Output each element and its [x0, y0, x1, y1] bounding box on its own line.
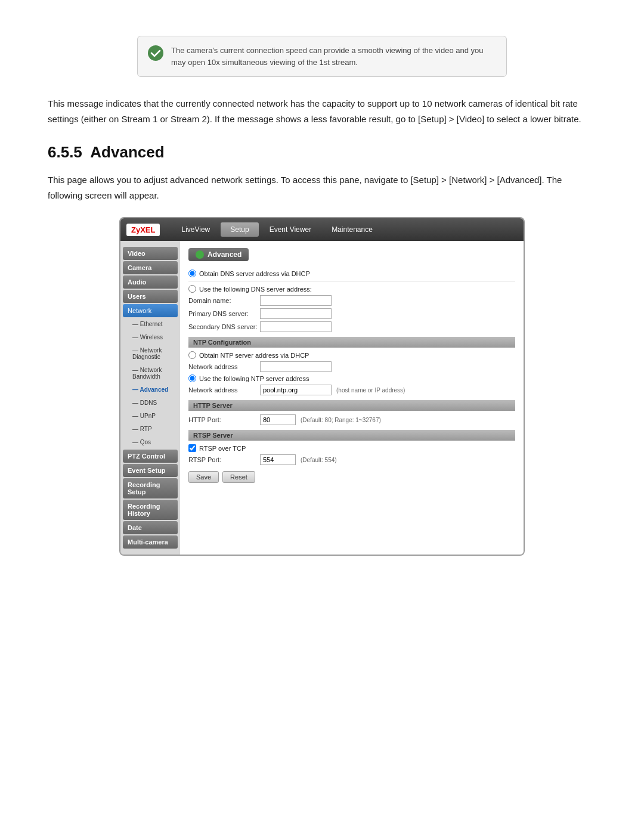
body-paragraph: This message indicates that the currentl…	[48, 96, 596, 126]
sidebar-item-advanced[interactable]: — Advanced	[123, 383, 178, 396]
ntp-manual-radio-row: Use the following NTP server address	[188, 374, 515, 382]
rtsp-port-label: RTSP Port:	[188, 456, 260, 463]
sidebar-item-audio[interactable]: Audio	[123, 275, 178, 289]
sidebar-item-qos[interactable]: — Qos	[123, 436, 178, 448]
nav-setup[interactable]: Setup	[221, 222, 258, 237]
ntp-network-address-row: Network address	[188, 361, 515, 372]
nav-event-viewer[interactable]: Event Viewer	[260, 222, 321, 237]
reset-button[interactable]: Reset	[222, 471, 255, 483]
http-port-row: HTTP Port: (Default: 80; Range: 1~32767)	[188, 414, 515, 425]
ntp-network-address-label: Network address	[188, 363, 260, 370]
sidebar-item-upnp[interactable]: — UPnP	[123, 410, 178, 422]
page-badge-label: Advanced	[208, 250, 242, 259]
sidebar-item-ethernet[interactable]: — Ethernet	[123, 318, 178, 330]
ntp-section-bar: NTP Configuration	[188, 337, 515, 348]
nav-logo: ZyXEL	[126, 224, 160, 236]
dns-manual-label: Use the following DNS server address:	[199, 286, 312, 293]
notice-text: The camera's current connection speed ca…	[171, 45, 497, 68]
sidebar-item-users[interactable]: Users	[123, 290, 178, 303]
sidebar-item-ddns[interactable]: — DDNS	[123, 397, 178, 409]
sidebar-item-date[interactable]: Date	[123, 521, 178, 534]
ntp-server-input[interactable]	[260, 385, 332, 395]
sidebar-item-network-diagnostic[interactable]: — Network Diagnostic	[123, 344, 178, 363]
sidebar-item-ptz[interactable]: PTZ Control	[123, 450, 178, 463]
save-button[interactable]: Save	[188, 471, 219, 483]
screenshot-container: ZyXEL LiveView Setup Event Viewer Mainte…	[119, 217, 525, 556]
sidebar: Video Camera Audio Users Network — Ether…	[120, 241, 180, 555]
dns-dhcp-radio-row: Obtain DNS server address via DHCP	[188, 270, 515, 277]
main-area: Video Camera Audio Users Network — Ether…	[120, 241, 524, 555]
checkmark-icon	[147, 45, 164, 61]
rtsp-port-input[interactable]	[260, 454, 296, 465]
description-text: This page allows you to adjust advanced …	[48, 172, 596, 203]
rtsp-port-hint: (Default: 554)	[301, 457, 337, 463]
dns-manual-radio[interactable]	[188, 285, 196, 293]
content-panel: Advanced Obtain DNS server address via D…	[180, 241, 524, 555]
primary-dns-label: Primary DNS server:	[188, 310, 260, 317]
action-buttons: Save Reset	[188, 471, 515, 483]
notice-box: The camera's current connection speed ca…	[137, 36, 507, 77]
http-port-label: HTTP Port:	[188, 416, 260, 423]
ntp-dhcp-label: Obtain NTP server address via DHCP	[199, 352, 309, 359]
page-title-badge: Advanced	[188, 248, 249, 261]
dns-dhcp-label: Obtain DNS server address via DHCP	[199, 270, 310, 277]
dns-separator	[188, 281, 515, 281]
rtsp-tcp-label: RTSP over TCP	[199, 445, 246, 452]
domain-name-row: Domain name:	[188, 295, 515, 306]
ntp-dhcp-radio-row: Obtain NTP server address via DHCP	[188, 351, 515, 359]
section-heading: 6.5.5 Advanced	[48, 143, 596, 162]
sidebar-item-recording-setup[interactable]: Recording Setup	[123, 478, 178, 498]
svg-point-0	[148, 45, 163, 61]
ntp-dhcp-radio[interactable]	[188, 351, 196, 359]
primary-dns-row: Primary DNS server:	[188, 308, 515, 319]
domain-name-label: Domain name:	[188, 297, 260, 304]
ntp-server-row: Network address (host name or IP address…	[188, 385, 515, 395]
dns-dhcp-radio[interactable]	[188, 270, 196, 277]
nav-liveview[interactable]: LiveView	[172, 222, 219, 237]
sidebar-item-event-setup[interactable]: Event Setup	[123, 464, 178, 477]
primary-dns-input[interactable]	[260, 308, 332, 319]
secondary-dns-label: Secondary DNS server:	[188, 323, 260, 330]
dns-manual-radio-row: Use the following DNS server address:	[188, 285, 515, 293]
sidebar-item-wireless[interactable]: — Wireless	[123, 331, 178, 343]
sidebar-item-network[interactable]: Network	[123, 304, 178, 317]
sidebar-item-video[interactable]: Video	[123, 247, 178, 260]
sidebar-item-multi-camera[interactable]: Multi-camera	[123, 535, 178, 549]
rtsp-section-bar: RTSP Server	[188, 430, 515, 441]
nav-maintenance[interactable]: Maintenance	[322, 222, 382, 237]
http-port-input[interactable]	[260, 414, 296, 425]
sidebar-item-camera[interactable]: Camera	[123, 261, 178, 274]
rtsp-tcp-checkbox[interactable]	[188, 444, 196, 452]
ntp-server-hint: (host name or IP address)	[336, 387, 405, 394]
nav-bar: ZyXEL LiveView Setup Event Viewer Mainte…	[120, 218, 524, 241]
ntp-network-address-input[interactable]	[260, 361, 332, 372]
badge-icon	[196, 250, 204, 259]
ntp-manual-radio[interactable]	[188, 374, 196, 382]
domain-name-input[interactable]	[260, 295, 332, 306]
http-port-hint: (Default: 80; Range: 1~32767)	[301, 417, 381, 423]
sidebar-item-rtp[interactable]: — RTP	[123, 423, 178, 435]
sidebar-item-recording-history[interactable]: Recording History	[123, 500, 178, 520]
sidebar-item-network-bandwidth[interactable]: — Network Bandwidth	[123, 364, 178, 383]
nav-items: LiveView Setup Event Viewer Maintenance	[172, 222, 382, 237]
rtsp-port-row: RTSP Port: (Default: 554)	[188, 454, 515, 465]
secondary-dns-input[interactable]	[260, 321, 332, 332]
secondary-dns-row: Secondary DNS server:	[188, 321, 515, 332]
ntp-manual-label: Use the following NTP server address	[199, 375, 309, 382]
rtsp-tcp-checkbox-row: RTSP over TCP	[188, 444, 515, 452]
http-section-bar: HTTP Server	[188, 400, 515, 411]
ntp-server-label: Network address	[188, 386, 260, 394]
